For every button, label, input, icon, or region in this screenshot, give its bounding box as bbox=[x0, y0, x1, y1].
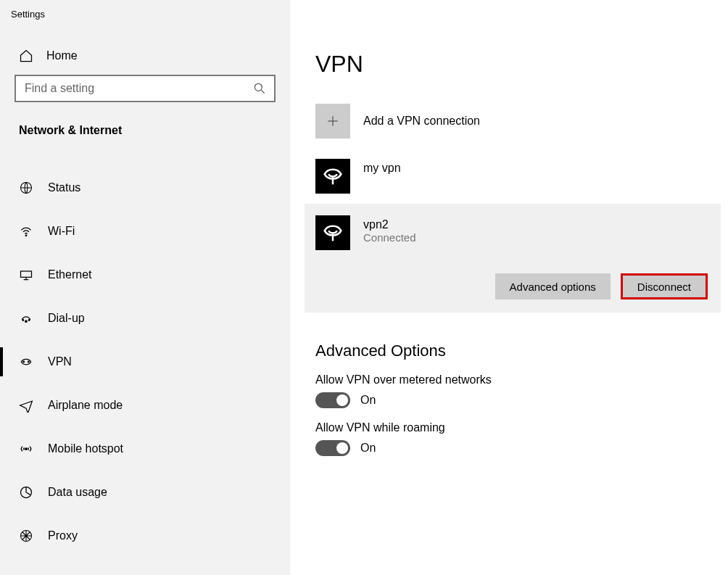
dialup-icon bbox=[19, 311, 33, 326]
toggle-state: On bbox=[360, 394, 376, 407]
sidebar-item-vpn[interactable]: VPN bbox=[0, 340, 290, 384]
sidebar-nav: Status Wi-Fi Ethernet Dial-up VPN bbox=[0, 166, 290, 558]
svg-point-8 bbox=[22, 320, 24, 321]
sidebar-item-wifi[interactable]: Wi-Fi bbox=[0, 210, 290, 253]
nav-label: Status bbox=[48, 181, 80, 194]
search-icon bbox=[252, 81, 267, 96]
nav-label: Airplane mode bbox=[48, 399, 123, 412]
svg-point-9 bbox=[28, 320, 30, 321]
option-vpn-roaming: Allow VPN while roaming On bbox=[315, 421, 728, 456]
disconnect-button[interactable]: Disconnect bbox=[621, 273, 708, 299]
sidebar-item-datausage[interactable]: Data usage bbox=[0, 471, 290, 514]
nav-label: Dial-up bbox=[48, 312, 85, 325]
toggle-state: On bbox=[360, 442, 376, 455]
home-label: Home bbox=[46, 49, 78, 62]
nav-label: Data usage bbox=[48, 486, 107, 499]
search-input[interactable] bbox=[23, 81, 252, 96]
category-header: Network & Internet bbox=[0, 102, 290, 144]
add-vpn-connection[interactable]: Add a VPN connection bbox=[315, 104, 728, 138]
nav-label: Mobile hotspot bbox=[48, 442, 123, 455]
wifi-icon bbox=[19, 224, 33, 239]
vpn-status: Connected bbox=[363, 231, 416, 244]
svg-line-1 bbox=[262, 91, 265, 94]
data-usage-icon bbox=[19, 485, 33, 500]
window-title: Settings bbox=[0, 0, 290, 20]
advanced-options-title: Advanced Options bbox=[315, 342, 728, 360]
vpn-icon bbox=[19, 355, 33, 369]
sidebar-item-hotspot[interactable]: Mobile hotspot bbox=[0, 427, 290, 471]
vpn-connection-vpn2[interactable]: vpn2 Connected bbox=[305, 204, 721, 260]
svg-rect-4 bbox=[21, 271, 32, 277]
ethernet-icon bbox=[19, 268, 33, 282]
plus-icon bbox=[315, 104, 350, 138]
vpn-name: my vpn bbox=[363, 159, 401, 175]
option-vpn-metered: Allow VPN over metered networks On bbox=[315, 373, 728, 408]
svg-point-11 bbox=[28, 361, 30, 363]
vpn-connection-myvpn[interactable]: my vpn bbox=[290, 149, 728, 204]
main-content: VPN Add a VPN connection my vpn vpn2 Con… bbox=[290, 0, 728, 575]
svg-point-7 bbox=[25, 320, 28, 323]
nav-label: Wi-Fi bbox=[48, 225, 75, 238]
search-box[interactable] bbox=[15, 75, 276, 102]
vpn-connection-vpn2-selected: vpn2 Connected Advanced options Disconne… bbox=[305, 204, 721, 313]
toggle-vpn-metered[interactable] bbox=[315, 392, 350, 408]
add-vpn-label: Add a VPN connection bbox=[363, 115, 480, 128]
nav-label: Proxy bbox=[48, 529, 78, 542]
page-title: VPN bbox=[315, 51, 728, 78]
toggle-vpn-roaming[interactable] bbox=[315, 440, 350, 456]
option-label: Allow VPN while roaming bbox=[315, 421, 728, 434]
vpn-connection-icon bbox=[315, 215, 350, 250]
option-label: Allow VPN over metered networks bbox=[315, 373, 728, 386]
vpn-name: vpn2 bbox=[363, 215, 416, 231]
home-icon bbox=[19, 49, 33, 63]
hotspot-icon bbox=[19, 442, 33, 456]
settings-sidebar: Settings Home Network & Internet Status … bbox=[0, 0, 290, 575]
search-container bbox=[15, 75, 276, 102]
svg-point-3 bbox=[25, 235, 27, 236]
svg-point-12 bbox=[25, 448, 28, 450]
sidebar-item-proxy[interactable]: Proxy bbox=[0, 514, 290, 558]
home-nav[interactable]: Home bbox=[0, 20, 290, 56]
sidebar-item-status[interactable]: Status bbox=[0, 166, 290, 210]
nav-label: Ethernet bbox=[48, 268, 91, 281]
vpn-connection-icon bbox=[315, 159, 350, 194]
sidebar-item-airplane[interactable]: Airplane mode bbox=[0, 384, 290, 427]
sidebar-item-dialup[interactable]: Dial-up bbox=[0, 297, 290, 340]
advanced-options-button[interactable]: Advanced options bbox=[495, 273, 611, 299]
globe-icon bbox=[19, 181, 33, 195]
sidebar-item-ethernet[interactable]: Ethernet bbox=[0, 253, 290, 297]
proxy-icon bbox=[19, 529, 33, 543]
svg-point-0 bbox=[255, 83, 262, 91]
svg-point-10 bbox=[23, 361, 25, 363]
vpn-action-buttons: Advanced options Disconnect bbox=[305, 260, 721, 299]
airplane-icon bbox=[19, 398, 33, 413]
nav-label: VPN bbox=[48, 355, 72, 368]
